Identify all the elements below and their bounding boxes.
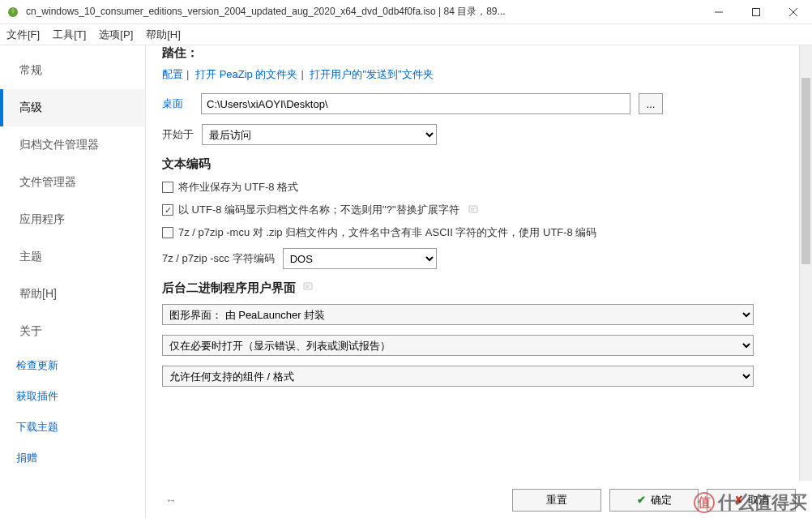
- open-policy-select[interactable]: 仅在必要时打开（显示错误、列表或测试报告）: [162, 335, 754, 356]
- paths-heading-truncated: 踏住：: [162, 45, 796, 61]
- config-links-row: 配置| 打开 PeaZip 的文件夹| 打开用户的"发送到"文件夹: [162, 67, 796, 82]
- checkbox-utf8-filenames[interactable]: [162, 204, 173, 216]
- link-config[interactable]: 配置: [162, 68, 183, 80]
- scrollbar-thumb[interactable]: [801, 78, 810, 264]
- link-open-sendto-folder[interactable]: 打开用户的"发送到"文件夹: [310, 68, 433, 80]
- cb-row-utf8-filenames: 以 UTF-8 编码显示归档文件名称；不选则用"?"替换扩展字符: [162, 203, 796, 217]
- sidebar-item-about[interactable]: 关于: [0, 313, 145, 350]
- maximize-button[interactable]: [737, 0, 775, 24]
- sidebar-link-donate[interactable]: 捐赠: [0, 443, 145, 473]
- desktop-label[interactable]: 桌面: [162, 96, 193, 111]
- sidebar-item-archive-manager[interactable]: 归档文件管理器: [0, 126, 145, 164]
- start-at-label: 开始于: [162, 127, 194, 142]
- content-area: 踏住： 配置| 打开 PeaZip 的文件夹| 打开用户的"发送到"文件夹 桌面…: [146, 45, 812, 518]
- reset-button[interactable]: 重置: [512, 489, 601, 512]
- footer: ↔ 重置 ✔确定 ✘取消: [146, 481, 812, 518]
- label-utf8-filenames: 以 UTF-8 编码显示归档文件名称；不选则用"?"替换扩展字符: [178, 203, 459, 217]
- titlebar: cn_windows_10_consumer_editions_version_…: [0, 0, 812, 24]
- sidebar-item-applications[interactable]: 应用程序: [0, 201, 145, 238]
- close-button[interactable]: [775, 0, 812, 24]
- sidebar-link-get-plugins[interactable]: 获取插件: [0, 381, 145, 412]
- sidebar-item-general[interactable]: 常规: [0, 52, 145, 89]
- menubar: 文件[F] 工具[T] 选项[P] 帮助[H]: [0, 24, 812, 45]
- svg-rect-8: [304, 283, 312, 289]
- hint-icon[interactable]: [302, 281, 314, 293]
- check-icon: ✔: [637, 494, 646, 506]
- sidebar-link-check-update[interactable]: 检查更新: [0, 350, 145, 381]
- cb-row-7z-mcu: 7z / p7zip -mcu 对 .zip 归档文件内，文件名中含有非 ASC…: [162, 225, 796, 240]
- desktop-path-input[interactable]: [201, 93, 630, 114]
- window-title: cn_windows_10_consumer_editions_version_…: [26, 5, 700, 19]
- vertical-scrollbar[interactable]: [799, 45, 812, 481]
- window-controls: [700, 0, 812, 24]
- svg-rect-2: [753, 8, 760, 15]
- checkbox-7z-mcu[interactable]: [162, 227, 173, 238]
- start-at-row: 开始于 最后访问: [162, 124, 796, 145]
- cb-row-utf8-save: 将作业保存为 UTF-8 格式: [162, 180, 796, 195]
- link-open-peazip-folder[interactable]: 打开 PeaZip 的文件夹: [195, 68, 297, 80]
- backend-heading: 后台二进制程序用户界面: [162, 280, 796, 296]
- sidebar-item-theme[interactable]: 主题: [0, 238, 145, 276]
- sidebar-item-advanced[interactable]: 高级: [0, 89, 145, 126]
- minimize-button[interactable]: [700, 0, 737, 24]
- desktop-path-row: 桌面 ...: [162, 93, 796, 114]
- gui-wrap-select[interactable]: 图形界面： 由 PeaLauncher 封装: [162, 304, 754, 325]
- cancel-button[interactable]: ✘取消: [707, 489, 796, 512]
- encoding-heading: 文本编码: [162, 156, 796, 172]
- label-utf8-save: 将作业保存为 UTF-8 格式: [178, 180, 298, 195]
- scc-select[interactable]: DOS: [283, 248, 437, 269]
- resize-handle-icon[interactable]: ↔: [165, 494, 177, 507]
- svg-rect-5: [469, 206, 477, 212]
- scc-label: 7z / p7zip -scc 字符编码: [162, 251, 275, 266]
- menu-help[interactable]: 帮助[H]: [146, 28, 181, 42]
- menu-file[interactable]: 文件[F]: [6, 28, 40, 42]
- checkbox-utf8-save[interactable]: [162, 182, 173, 193]
- menu-options[interactable]: 选项[P]: [99, 28, 133, 42]
- sidebar-item-file-manager[interactable]: 文件管理器: [0, 164, 145, 201]
- menu-tools[interactable]: 工具[T]: [53, 28, 86, 42]
- start-at-select[interactable]: 最后访问: [202, 124, 437, 145]
- sidebar: 常规 高级 归档文件管理器 文件管理器 应用程序 主题 帮助[H] 关于 检查更…: [0, 45, 146, 518]
- scc-row: 7z / p7zip -scc 字符编码 DOS: [162, 248, 796, 269]
- sidebar-item-help[interactable]: 帮助[H]: [0, 276, 145, 313]
- sidebar-link-download-theme[interactable]: 下载主题: [0, 412, 145, 443]
- label-7z-mcu: 7z / p7zip -mcu 对 .zip 归档文件内，文件名中含有非 ASC…: [178, 225, 596, 240]
- hint-icon[interactable]: [468, 204, 479, 216]
- browse-desktop-button[interactable]: ...: [639, 93, 663, 114]
- ok-button[interactable]: ✔确定: [609, 489, 699, 512]
- app-icon: [6, 6, 19, 19]
- formats-select[interactable]: 允许任何支持的组件 / 格式: [162, 366, 754, 387]
- x-icon: ✘: [734, 494, 743, 506]
